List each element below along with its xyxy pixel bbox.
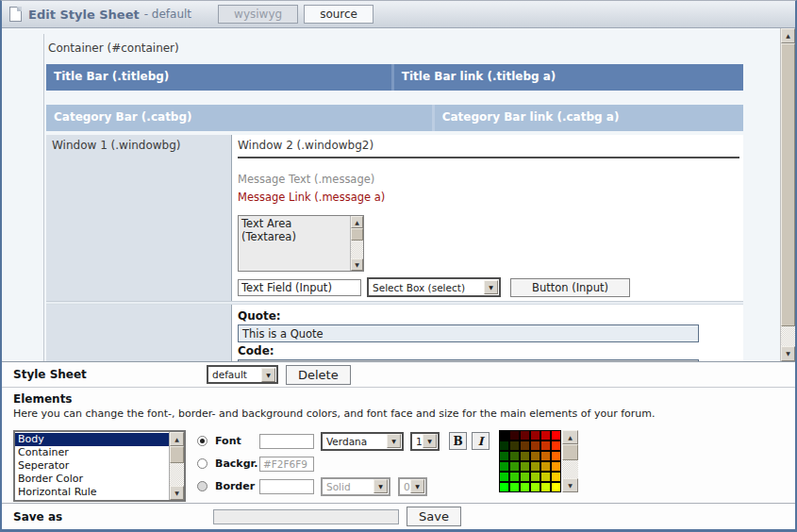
palette-swatch[interactable] — [520, 482, 530, 492]
quote-label: Quote: — [238, 309, 743, 323]
element-list-item[interactable]: Container — [15, 446, 169, 459]
scroll-down-icon[interactable]: ▼ — [170, 486, 184, 500]
chevron-down-icon[interactable]: ▼ — [374, 479, 388, 493]
palette-swatch[interactable] — [540, 461, 551, 472]
container-label: Container (#container) — [48, 42, 743, 55]
palette-swatch[interactable] — [530, 482, 540, 492]
tab-wysiwyg[interactable]: wysiwyg — [218, 5, 298, 24]
palette-swatch[interactable] — [520, 430, 530, 441]
code-label: Code: — [238, 344, 743, 357]
title-bar-link[interactable]: Title Bar link (.titlebg a) — [391, 64, 743, 91]
palette-swatch[interactable] — [551, 461, 561, 472]
font-radio[interactable] — [197, 436, 208, 446]
scrollbar-track[interactable] — [562, 460, 578, 478]
chevron-down-icon[interactable]: ▼ — [423, 434, 437, 448]
palette-swatch[interactable] — [499, 451, 509, 461]
scroll-down-icon[interactable]: ▼ — [781, 346, 795, 361]
background-color-input[interactable] — [259, 457, 314, 472]
element-list-item[interactable]: Border Color — [15, 473, 169, 486]
palette-swatch[interactable] — [520, 461, 530, 472]
palette-swatch[interactable] — [520, 441, 530, 451]
border-width-select[interactable]: 0 ▼ — [398, 477, 427, 496]
palette-swatch[interactable] — [530, 430, 540, 441]
chevron-down-icon[interactable]: ▼ — [410, 479, 424, 493]
chevron-down-icon[interactable]: ▼ — [261, 368, 275, 382]
tab-source[interactable]: source — [304, 5, 374, 24]
listbox-scrollbar[interactable]: ▲ ▼ — [169, 432, 184, 500]
scrollbar-thumb[interactable] — [170, 446, 184, 463]
element-listbox[interactable]: BodyContainerSeperatorBorder ColorHorizo… — [13, 430, 186, 502]
preview-form-row: Select Box (select) ▼ Button (Input) — [238, 277, 743, 297]
category-bar-link[interactable]: Category Bar link (.catbg a) — [432, 105, 743, 131]
font-label: Font — [215, 435, 259, 447]
scrollbar-track[interactable] — [351, 241, 363, 258]
textarea-scrollbar[interactable]: ▲ ▼ — [350, 216, 363, 271]
scrollbar-thumb[interactable] — [351, 228, 363, 241]
border-style-select[interactable]: Solid ▼ — [321, 477, 390, 496]
palette-swatch[interactable] — [551, 482, 561, 492]
color-picker: ▲ ▼ — [499, 430, 578, 502]
save-as-input[interactable] — [213, 509, 399, 524]
palette-swatch[interactable] — [499, 472, 509, 482]
preview-button[interactable]: Button (Input) — [510, 278, 630, 297]
style-sheet-select[interactable]: default ▼ — [207, 365, 278, 384]
bold-button[interactable]: B — [449, 432, 467, 450]
scroll-up-icon[interactable]: ▲ — [170, 432, 184, 446]
save-button[interactable]: Save — [407, 507, 461, 526]
palette-swatch[interactable] — [509, 461, 520, 472]
scrollbar-track[interactable] — [170, 463, 184, 486]
palette-swatch[interactable] — [530, 472, 540, 482]
palette-swatch[interactable] — [509, 430, 520, 441]
palette-swatch[interactable] — [540, 472, 551, 482]
palette-swatch[interactable] — [509, 451, 520, 461]
scrollbar-track[interactable] — [781, 326, 795, 346]
scroll-up-icon[interactable]: ▲ — [351, 216, 363, 228]
palette-swatch[interactable] — [499, 461, 509, 472]
palette-swatch[interactable] — [530, 441, 540, 451]
chevron-down-icon[interactable]: ▼ — [484, 280, 498, 294]
message-link[interactable]: Message Link (.message a) — [238, 191, 385, 205]
scroll-down-icon[interactable]: ▼ — [562, 478, 578, 492]
scroll-down-icon[interactable]: ▼ — [351, 258, 363, 271]
border-color-input[interactable] — [259, 479, 314, 494]
palette-swatch[interactable] — [551, 441, 561, 451]
palette-swatch[interactable] — [551, 451, 561, 461]
delete-button[interactable]: Delete — [286, 365, 351, 385]
scrollbar-thumb[interactable] — [562, 444, 578, 460]
palette-swatch[interactable] — [551, 472, 561, 482]
element-list-item[interactable]: Body — [15, 433, 169, 446]
font-size-select[interactable]: 12 ▼ — [410, 432, 440, 451]
palette-swatch[interactable] — [540, 451, 551, 461]
preview-text-field[interactable] — [238, 279, 361, 296]
palette-swatch[interactable] — [509, 472, 520, 482]
palette-swatch[interactable] — [530, 451, 540, 461]
palette-swatch[interactable] — [499, 430, 509, 441]
palette-swatch[interactable] — [499, 441, 509, 451]
preview-select-box[interactable]: Select Box (select) ▼ — [367, 277, 501, 297]
palette-swatch[interactable] — [520, 472, 530, 482]
preview-textarea[interactable]: Text Area (Textarea) ▲ ▼ — [238, 215, 364, 272]
palette-swatch[interactable] — [509, 482, 520, 492]
palette-swatch[interactable] — [499, 482, 509, 492]
background-radio[interactable] — [197, 458, 208, 469]
element-list-item[interactable]: Horizontal Rule — [15, 486, 169, 499]
element-list-item[interactable]: Seperator — [15, 459, 169, 473]
scroll-up-icon[interactable]: ▲ — [562, 430, 578, 444]
palette-swatch[interactable] — [520, 451, 530, 461]
palette-swatch[interactable] — [530, 461, 540, 472]
scroll-up-icon[interactable]: ▲ — [781, 28, 795, 43]
palette-swatch[interactable] — [540, 441, 551, 451]
font-color-input[interactable] — [259, 434, 314, 449]
scrollbar-thumb[interactable] — [781, 43, 795, 326]
preview-scrollbar[interactable]: ▲ ▼ — [780, 28, 795, 361]
palette-swatch[interactable] — [509, 441, 520, 451]
palette-swatch[interactable] — [540, 430, 551, 441]
palette-swatch[interactable] — [551, 430, 561, 441]
palette-scrollbar[interactable]: ▲ ▼ — [562, 430, 578, 492]
italic-button[interactable]: I — [472, 432, 490, 450]
horizontal-rule — [238, 157, 739, 158]
border-radio[interactable] — [197, 481, 208, 491]
palette-swatch[interactable] — [540, 482, 551, 492]
font-family-select[interactable]: Verdana ▼ — [321, 432, 404, 451]
chevron-down-icon[interactable]: ▼ — [387, 434, 401, 448]
